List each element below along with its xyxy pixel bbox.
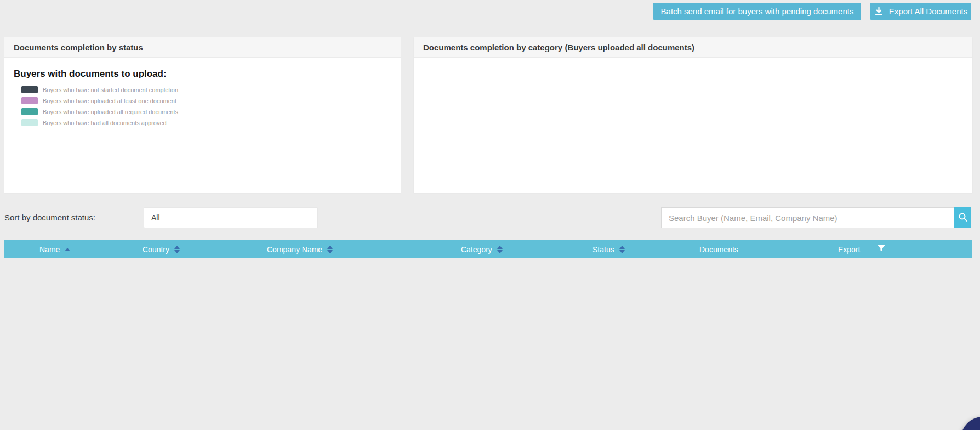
panel-category-chart: Documents completion by category (Buyers… — [414, 37, 972, 193]
filter-funnel-icon — [877, 244, 886, 255]
legend-label-approved-all: Buyers who have had all documents approv… — [43, 120, 167, 126]
legend-swatch-uploaded-one — [21, 97, 38, 104]
page: Batch send email for buyers with pending… — [0, 0, 980, 430]
legend-label-uploaded-one: Buyers who have uploaded at least one do… — [43, 98, 176, 104]
column-label-category: Category — [461, 245, 492, 254]
filter-button[interactable] — [877, 240, 886, 258]
panel-status-header: Documents completion by status — [4, 37, 401, 58]
sort-both-icon — [174, 246, 180, 253]
sort-by-status-label: Sort by document status: — [4, 213, 95, 222]
column-header-status[interactable]: Status — [592, 240, 625, 258]
sort-by-status-value: All — [151, 213, 160, 222]
column-label-name: Name — [39, 245, 60, 254]
sort-asc-icon — [65, 248, 70, 251]
search-button[interactable] — [954, 207, 971, 228]
panel-category-title: Documents completion by category (Buyers… — [423, 43, 694, 52]
sort-both-icon — [497, 246, 503, 253]
sort-by-status-select[interactable]: All — [144, 207, 318, 228]
download-icon — [874, 7, 884, 16]
column-header-company-name[interactable]: Company Name — [267, 240, 333, 258]
search-buyer-input[interactable] — [661, 207, 954, 228]
column-header-category[interactable]: Category — [461, 240, 503, 258]
panel-category-body — [414, 58, 972, 73]
panel-status-chart: Documents completion by status Buyers wi… — [4, 37, 401, 193]
export-all-documents-button[interactable]: Export All Documents — [870, 3, 971, 20]
legend-item-not-started[interactable]: Buyers who have not started document com… — [21, 86, 391, 93]
panel-status-body: Buyers with documents to upload: Buyers … — [4, 58, 401, 138]
legend-label-not-started: Buyers who have not started document com… — [43, 87, 178, 93]
sort-both-icon — [619, 246, 625, 253]
sort-both-icon — [327, 246, 333, 253]
table-header: Name Country Company Name Category Statu… — [4, 240, 972, 258]
column-label-status: Status — [592, 245, 614, 254]
legend-item-uploaded-one[interactable]: Buyers who have uploaded at least one do… — [21, 97, 391, 104]
chart-legend-title: Buyers with documents to upload: — [14, 69, 391, 80]
legend-label-uploaded-all: Buyers who have uploaded all required do… — [43, 109, 178, 115]
column-label-export: Export — [838, 245, 860, 254]
column-label-documents: Documents — [699, 245, 738, 254]
search-icon — [958, 212, 968, 224]
column-header-name[interactable]: Name — [39, 240, 70, 258]
legend-item-uploaded-all[interactable]: Buyers who have uploaded all required do… — [21, 108, 391, 115]
export-all-documents-label: Export All Documents — [889, 7, 967, 16]
batch-send-email-button[interactable]: Batch send email for buyers with pending… — [653, 3, 861, 20]
legend-swatch-not-started — [21, 86, 38, 93]
search-bar — [661, 207, 971, 228]
column-label-country: Country — [143, 245, 169, 254]
legend-swatch-uploaded-all — [21, 108, 38, 115]
panel-status-title: Documents completion by status — [14, 43, 143, 52]
panel-category-header: Documents completion by category (Buyers… — [414, 37, 972, 58]
column-header-country[interactable]: Country — [143, 240, 180, 258]
legend-swatch-approved-all — [21, 119, 38, 126]
table-empty-state: No data was found Items have not been ad… — [0, 258, 980, 430]
column-header-export: Export — [838, 240, 860, 258]
column-header-documents: Documents — [699, 240, 738, 258]
column-label-company-name: Company Name — [267, 245, 322, 254]
legend-item-approved-all[interactable]: Buyers who have had all documents approv… — [21, 119, 391, 126]
